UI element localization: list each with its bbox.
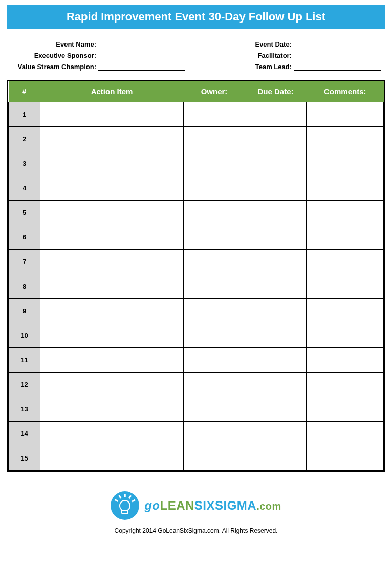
cell-due-date[interactable] <box>245 446 307 471</box>
cell-comments[interactable] <box>307 299 384 323</box>
cell-number: 3 <box>9 151 40 176</box>
cell-number: 10 <box>9 323 40 348</box>
logo-com: .com <box>256 500 281 512</box>
cell-comments[interactable] <box>307 250 384 274</box>
meta-row-facilitator: Facilitator: <box>237 51 381 59</box>
page-title: Rapid Improvement Event 30-Day Follow Up… <box>7 5 385 29</box>
input-facilitator[interactable] <box>294 51 381 59</box>
cell-action-item[interactable] <box>40 397 184 422</box>
cell-due-date[interactable] <box>245 225 307 250</box>
cell-comments[interactable] <box>307 348 384 373</box>
cell-owner[interactable] <box>184 176 245 201</box>
meta-row-exec-sponsor: Executive Sponsor: <box>11 51 185 59</box>
cell-action-item[interactable] <box>40 274 184 299</box>
input-vs-champion[interactable] <box>98 62 185 71</box>
cell-owner[interactable] <box>184 323 245 348</box>
th-due-date: Due Date: <box>245 81 307 102</box>
meta-row-vs-champion: Value Stream Champion: <box>11 62 185 71</box>
cell-owner[interactable] <box>184 250 245 274</box>
logo-go: go <box>144 498 160 512</box>
cell-comments[interactable] <box>307 323 384 348</box>
cell-due-date[interactable] <box>245 397 307 422</box>
cell-owner[interactable] <box>184 151 245 176</box>
cell-due-date[interactable] <box>245 250 307 274</box>
cell-number: 2 <box>9 127 40 151</box>
input-event-date[interactable] <box>294 40 381 48</box>
label-team-lead: Team Lead: <box>237 63 294 71</box>
cell-comments[interactable] <box>307 274 384 299</box>
th-owner: Owner: <box>184 81 245 102</box>
cell-action-item[interactable] <box>40 323 184 348</box>
input-exec-sponsor[interactable] <box>98 51 185 59</box>
logo-lean: LEAN <box>160 498 194 512</box>
cell-action-item[interactable] <box>40 348 184 373</box>
meta-row-team-lead: Team Lead: <box>237 62 381 71</box>
cell-action-item[interactable] <box>40 446 184 471</box>
cell-action-item[interactable] <box>40 373 184 397</box>
table-row: 11 <box>9 348 384 373</box>
table-row: 3 <box>9 151 384 176</box>
label-event-name: Event Name: <box>11 40 98 48</box>
cell-number: 1 <box>9 102 40 127</box>
cell-comments[interactable] <box>307 201 384 225</box>
cell-owner[interactable] <box>184 397 245 422</box>
cell-due-date[interactable] <box>245 201 307 225</box>
logo-area: goLEANSIXSIGMA.com Copyright 2014 GoLean… <box>7 491 385 534</box>
table-row: 8 <box>9 274 384 299</box>
cell-owner[interactable] <box>184 348 245 373</box>
cell-comments[interactable] <box>307 102 384 127</box>
cell-due-date[interactable] <box>245 102 307 127</box>
cell-action-item[interactable] <box>40 151 184 176</box>
cell-comments[interactable] <box>307 373 384 397</box>
lightbulb-icon <box>111 491 139 520</box>
cell-owner[interactable] <box>184 201 245 225</box>
table-row: 7 <box>9 250 384 274</box>
meta-section: Event Name: Executive Sponsor: Value Str… <box>7 40 385 80</box>
th-action-item: Action Item <box>40 81 184 102</box>
cell-due-date[interactable] <box>245 323 307 348</box>
cell-action-item[interactable] <box>40 250 184 274</box>
cell-due-date[interactable] <box>245 274 307 299</box>
cell-comments[interactable] <box>307 151 384 176</box>
logo-text: goLEANSIXSIGMA.com <box>144 498 281 513</box>
cell-action-item[interactable] <box>40 225 184 250</box>
cell-owner[interactable] <box>184 127 245 151</box>
cell-comments[interactable] <box>307 446 384 471</box>
cell-due-date[interactable] <box>245 348 307 373</box>
cell-action-item[interactable] <box>40 102 184 127</box>
cell-action-item[interactable] <box>40 176 184 201</box>
cell-owner[interactable] <box>184 274 245 299</box>
cell-due-date[interactable] <box>245 127 307 151</box>
cell-due-date[interactable] <box>245 151 307 176</box>
cell-comments[interactable] <box>307 176 384 201</box>
cell-owner[interactable] <box>184 422 245 446</box>
table-row: 2 <box>9 127 384 151</box>
cell-owner[interactable] <box>184 446 245 471</box>
cell-number: 8 <box>9 274 40 299</box>
table-row: 4 <box>9 176 384 201</box>
table-row: 12 <box>9 373 384 397</box>
cell-due-date[interactable] <box>245 299 307 323</box>
table-row: 1 <box>9 102 384 127</box>
cell-comments[interactable] <box>307 422 384 446</box>
cell-comments[interactable] <box>307 127 384 151</box>
cell-comments[interactable] <box>307 397 384 422</box>
cell-action-item[interactable] <box>40 422 184 446</box>
cell-action-item[interactable] <box>40 127 184 151</box>
cell-due-date[interactable] <box>245 176 307 201</box>
cell-due-date[interactable] <box>245 422 307 446</box>
cell-owner[interactable] <box>184 102 245 127</box>
input-event-name[interactable] <box>98 40 185 48</box>
cell-owner[interactable] <box>184 299 245 323</box>
input-team-lead[interactable] <box>294 62 381 71</box>
copyright: Copyright 2014 GoLeanSixSigma.com. All R… <box>7 527 385 534</box>
cell-action-item[interactable] <box>40 201 184 225</box>
cell-owner[interactable] <box>184 373 245 397</box>
cell-owner[interactable] <box>184 225 245 250</box>
table-row: 15 <box>9 446 384 471</box>
cell-comments[interactable] <box>307 225 384 250</box>
table-row: 9 <box>9 299 384 323</box>
cell-due-date[interactable] <box>245 373 307 397</box>
cell-action-item[interactable] <box>40 299 184 323</box>
logo: goLEANSIXSIGMA.com <box>111 491 281 520</box>
